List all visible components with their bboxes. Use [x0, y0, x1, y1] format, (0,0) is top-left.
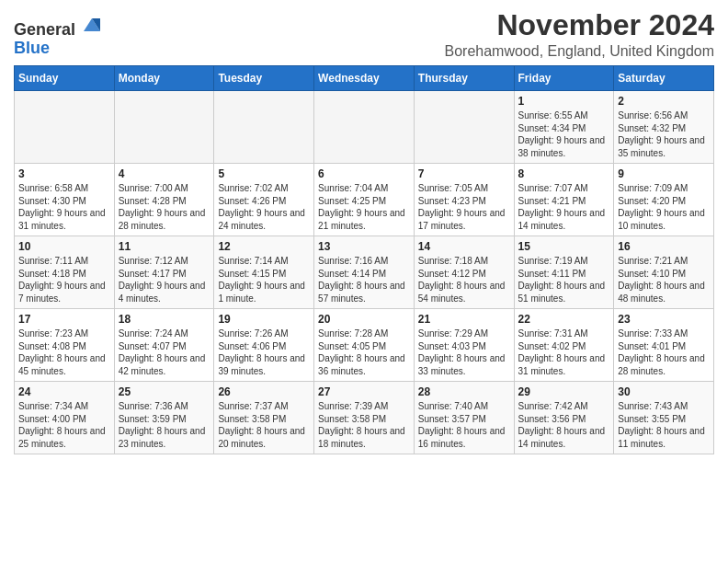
day-number: 7 — [418, 167, 510, 180]
day-info: Sunrise: 7:40 AM Sunset: 3:57 PM Dayligh… — [418, 400, 510, 450]
calendar-cell: 11Sunrise: 7:12 AM Sunset: 4:17 PM Dayli… — [114, 236, 214, 309]
day-number: 28 — [418, 385, 510, 398]
day-info: Sunrise: 7:16 AM Sunset: 4:14 PM Dayligh… — [318, 255, 410, 304]
calendar-cell: 13Sunrise: 7:16 AM Sunset: 4:14 PM Dayli… — [314, 236, 415, 309]
day-number: 26 — [218, 385, 310, 398]
weekday-header-row: SundayMondayTuesdayWednesdayThursdayFrid… — [15, 66, 714, 91]
calendar-cell: 16Sunrise: 7:21 AM Sunset: 4:10 PM Dayli… — [614, 236, 714, 309]
day-info: Sunrise: 7:02 AM Sunset: 4:26 PM Dayligh… — [218, 182, 310, 232]
calendar-cell: 28Sunrise: 7:40 AM Sunset: 3:57 PM Dayli… — [414, 382, 514, 454]
calendar-cell: 7Sunrise: 7:05 AM Sunset: 4:23 PM Daylig… — [414, 164, 514, 236]
calendar-cell: 5Sunrise: 7:02 AM Sunset: 4:26 PM Daylig… — [214, 164, 314, 236]
day-number: 27 — [318, 385, 410, 398]
day-info: Sunrise: 7:09 AM Sunset: 4:20 PM Dayligh… — [618, 182, 710, 232]
day-info: Sunrise: 6:58 AM Sunset: 4:30 PM Dayligh… — [18, 182, 110, 232]
calendar-cell: 27Sunrise: 7:39 AM Sunset: 3:58 PM Dayli… — [314, 382, 415, 454]
day-info: Sunrise: 7:33 AM Sunset: 4:01 PM Dayligh… — [618, 327, 710, 377]
day-number: 12 — [218, 240, 310, 253]
calendar-cell — [214, 91, 314, 164]
day-info: Sunrise: 7:11 AM Sunset: 4:18 PM Dayligh… — [18, 255, 110, 304]
calendar-cell: 20Sunrise: 7:28 AM Sunset: 4:05 PM Dayli… — [314, 309, 415, 382]
day-number: 6 — [318, 167, 410, 180]
day-number: 16 — [618, 240, 710, 253]
day-number: 19 — [218, 313, 310, 326]
weekday-header-sunday: Sunday — [15, 66, 115, 91]
day-info: Sunrise: 7:42 AM Sunset: 3:56 PM Dayligh… — [518, 400, 610, 450]
day-info: Sunrise: 7:34 AM Sunset: 4:00 PM Dayligh… — [18, 400, 110, 450]
calendar-cell: 14Sunrise: 7:18 AM Sunset: 4:12 PM Dayli… — [414, 236, 514, 309]
calendar-cell: 23Sunrise: 7:33 AM Sunset: 4:01 PM Dayli… — [614, 309, 714, 382]
calendar-cell: 12Sunrise: 7:14 AM Sunset: 4:15 PM Dayli… — [214, 236, 314, 309]
day-number: 10 — [18, 240, 110, 253]
day-info: Sunrise: 7:43 AM Sunset: 3:55 PM Dayligh… — [618, 400, 710, 450]
calendar-cell: 30Sunrise: 7:43 AM Sunset: 3:55 PM Dayli… — [614, 382, 714, 454]
day-info: Sunrise: 6:56 AM Sunset: 4:32 PM Dayligh… — [618, 109, 710, 159]
day-info: Sunrise: 7:12 AM Sunset: 4:17 PM Dayligh… — [119, 255, 210, 304]
day-number: 3 — [18, 167, 110, 180]
day-number: 14 — [418, 240, 510, 253]
week-row-3: 10Sunrise: 7:11 AM Sunset: 4:18 PM Dayli… — [15, 236, 714, 309]
day-info: Sunrise: 7:14 AM Sunset: 4:15 PM Dayligh… — [218, 255, 310, 304]
calendar-cell: 6Sunrise: 7:04 AM Sunset: 4:25 PM Daylig… — [314, 164, 415, 236]
calendar-cell: 21Sunrise: 7:29 AM Sunset: 4:03 PM Dayli… — [414, 309, 514, 382]
calendar-cell: 8Sunrise: 7:07 AM Sunset: 4:21 PM Daylig… — [514, 164, 614, 236]
logo-general: General — [14, 20, 75, 39]
calendar-cell: 2Sunrise: 6:56 AM Sunset: 4:32 PM Daylig… — [614, 91, 714, 164]
day-info: Sunrise: 7:00 AM Sunset: 4:28 PM Dayligh… — [119, 182, 210, 232]
calendar-cell: 10Sunrise: 7:11 AM Sunset: 4:18 PM Dayli… — [15, 236, 115, 309]
calendar-cell: 26Sunrise: 7:37 AM Sunset: 3:58 PM Dayli… — [214, 382, 314, 454]
day-info: Sunrise: 7:07 AM Sunset: 4:21 PM Dayligh… — [518, 182, 610, 232]
calendar-cell: 24Sunrise: 7:34 AM Sunset: 4:00 PM Dayli… — [15, 382, 115, 454]
calendar-cell — [15, 91, 115, 164]
calendar-cell — [414, 91, 514, 164]
calendar-cell: 3Sunrise: 6:58 AM Sunset: 4:30 PM Daylig… — [15, 164, 115, 236]
week-row-1: 1Sunrise: 6:55 AM Sunset: 4:34 PM Daylig… — [15, 91, 714, 164]
title-area: November 2024 Borehamwood, England, Unit… — [444, 9, 714, 60]
day-number: 23 — [618, 313, 710, 326]
weekday-header-tuesday: Tuesday — [214, 66, 314, 91]
day-info: Sunrise: 7:19 AM Sunset: 4:11 PM Dayligh… — [518, 255, 610, 304]
calendar-cell: 4Sunrise: 7:00 AM Sunset: 4:28 PM Daylig… — [114, 164, 214, 236]
day-number: 21 — [418, 313, 510, 326]
calendar-cell: 22Sunrise: 7:31 AM Sunset: 4:02 PM Dayli… — [514, 309, 614, 382]
calendar-cell: 25Sunrise: 7:36 AM Sunset: 3:59 PM Dayli… — [114, 382, 214, 454]
day-info: Sunrise: 7:29 AM Sunset: 4:03 PM Dayligh… — [418, 327, 510, 377]
week-row-2: 3Sunrise: 6:58 AM Sunset: 4:30 PM Daylig… — [15, 164, 714, 236]
day-info: Sunrise: 7:39 AM Sunset: 3:58 PM Dayligh… — [318, 400, 410, 450]
day-number: 30 — [618, 385, 710, 398]
day-number: 29 — [518, 385, 610, 398]
calendar-table: SundayMondayTuesdayWednesdayThursdayFrid… — [14, 65, 714, 454]
calendar-cell — [114, 91, 214, 164]
day-info: Sunrise: 7:26 AM Sunset: 4:06 PM Dayligh… — [218, 327, 310, 377]
day-number: 2 — [618, 95, 710, 108]
weekday-header-monday: Monday — [114, 66, 214, 91]
weekday-header-friday: Friday — [514, 66, 614, 91]
day-number: 22 — [518, 313, 610, 326]
week-row-5: 24Sunrise: 7:34 AM Sunset: 4:00 PM Dayli… — [15, 382, 714, 454]
day-info: Sunrise: 7:23 AM Sunset: 4:08 PM Dayligh… — [18, 327, 110, 377]
calendar-cell: 17Sunrise: 7:23 AM Sunset: 4:08 PM Dayli… — [15, 309, 115, 382]
calendar-title: November 2024 — [444, 9, 714, 41]
week-row-4: 17Sunrise: 7:23 AM Sunset: 4:08 PM Dayli… — [15, 309, 714, 382]
day-info: Sunrise: 7:21 AM Sunset: 4:10 PM Dayligh… — [618, 255, 710, 304]
day-info: Sunrise: 6:55 AM Sunset: 4:34 PM Dayligh… — [518, 109, 610, 159]
day-number: 17 — [18, 313, 110, 326]
day-number: 5 — [218, 167, 310, 180]
day-info: Sunrise: 7:18 AM Sunset: 4:12 PM Dayligh… — [418, 255, 510, 304]
weekday-header-thursday: Thursday — [414, 66, 514, 91]
day-info: Sunrise: 7:04 AM Sunset: 4:25 PM Dayligh… — [318, 182, 410, 232]
weekday-header-saturday: Saturday — [614, 66, 714, 91]
day-info: Sunrise: 7:37 AM Sunset: 3:58 PM Dayligh… — [218, 400, 310, 450]
day-info: Sunrise: 7:31 AM Sunset: 4:02 PM Dayligh… — [518, 327, 610, 377]
logo: General Blue — [14, 15, 102, 58]
logo-blue: Blue — [14, 39, 50, 57]
day-number: 11 — [119, 240, 210, 253]
calendar-subtitle: Borehamwood, England, United Kingdom — [444, 43, 714, 60]
calendar-cell: 15Sunrise: 7:19 AM Sunset: 4:11 PM Dayli… — [514, 236, 614, 309]
day-number: 13 — [318, 240, 410, 253]
day-number: 25 — [119, 385, 210, 398]
header: General Blue November 2024 Borehamwood, … — [14, 9, 714, 60]
calendar-cell: 18Sunrise: 7:24 AM Sunset: 4:07 PM Dayli… — [114, 309, 214, 382]
calendar-cell: 9Sunrise: 7:09 AM Sunset: 4:20 PM Daylig… — [614, 164, 714, 236]
weekday-header-wednesday: Wednesday — [314, 66, 415, 91]
